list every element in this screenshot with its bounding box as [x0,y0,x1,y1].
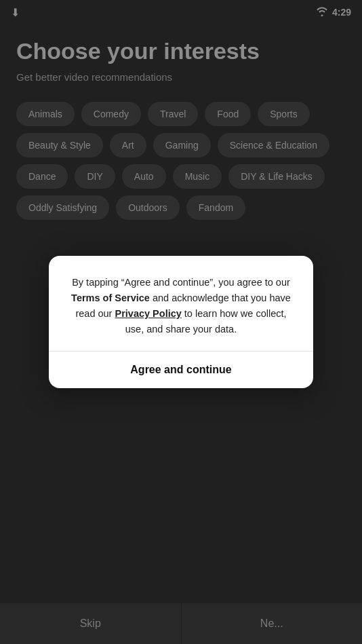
dialog: By tapping “Agree and continue”, you agr… [49,256,313,389]
dialog-body: By tapping “Agree and continue”, you agr… [49,256,313,352]
agree-continue-button[interactable]: Agree and continue [49,352,313,388]
dialog-overlay: By tapping “Agree and continue”, you agr… [0,0,362,644]
privacy-policy-link[interactable]: Privacy Policy [115,308,181,319]
terms-of-service-link[interactable]: Terms of Service [71,292,150,303]
dialog-text-1: By tapping “Agree and continue”, you agr… [72,277,290,288]
